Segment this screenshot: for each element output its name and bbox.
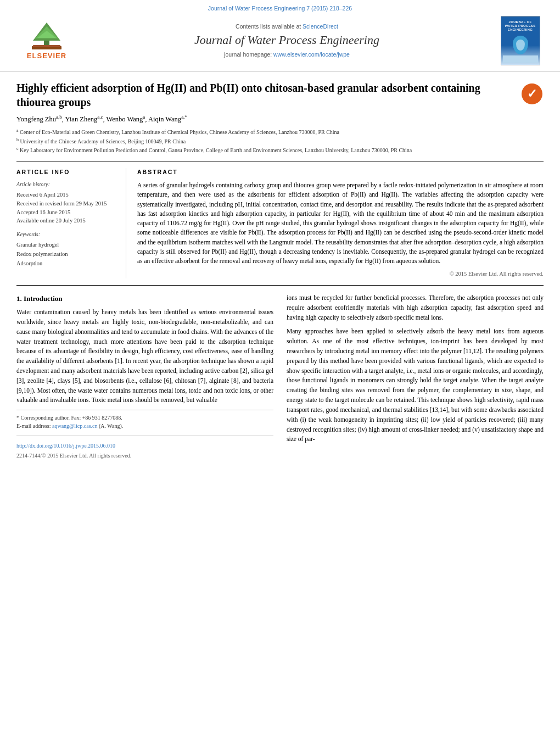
body-para-3: Many approaches have been applied to sel… (287, 327, 544, 444)
journal-citation: Journal of Water Process Engineering 7 (… (208, 5, 352, 12)
footnote-section: * Corresponding author. Fax: +86 931 827… (16, 410, 273, 460)
body-col-right: ions must be recycled for further benefi… (287, 293, 544, 460)
article-info-heading: ARTICLE INFO (16, 168, 120, 176)
header-inner: ELSEVIER Contents lists available at Sci… (16, 16, 544, 65)
sciencedirect-link[interactable]: ScienceDirect (303, 23, 338, 30)
author-wenbo: Wenbo Wang (107, 115, 143, 123)
journal-logo-box: JOURNAL OF WATER PROCESS ENGINEERING (501, 16, 540, 65)
svg-text:✓: ✓ (527, 87, 537, 101)
available-date: Available online 20 July 2015 (16, 216, 120, 225)
abstract-column: ABSTRACT A series of granular hydrogels … (137, 168, 544, 278)
journal-title: Journal of Water Process Engineering (77, 32, 497, 49)
article-content: Highly efficient adsorption of Hg(II) an… (0, 72, 560, 471)
journal-top-link: Journal of Water Process Engineering 7 (… (16, 4, 544, 13)
svg-rect-5 (33, 45, 60, 47)
keyword-1: Granular hydrogel (16, 241, 120, 250)
body-content: 1. Introduction Water contamination caus… (16, 293, 544, 460)
author-yongfeng: Yongfeng Zhu (16, 115, 56, 123)
keywords-block: Keywords: Granular hydrogel Redox polyme… (16, 231, 120, 268)
logo-label-2: WATER PROCESS (504, 24, 537, 28)
logo-label-1: JOURNAL OF (504, 20, 537, 24)
article-info-abstract: ARTICLE INFO Article history: Received 6… (16, 161, 544, 286)
authors-line: Yongfeng Zhua,b, Yian Zhenga,c, Wenbo Wa… (16, 114, 544, 125)
journal-header: Journal of Water Process Engineering 7 (… (0, 0, 560, 72)
journal-homepage: journal homepage: www.elsevier.com/locat… (77, 51, 497, 59)
received-revised-date: Received in revised form 29 May 2015 (16, 199, 120, 208)
homepage-link[interactable]: www.elsevier.com/locate/jwpe (273, 51, 350, 58)
section1-number: 1. (16, 294, 22, 303)
body-col-left: 1. Introduction Water contamination caus… (16, 293, 273, 460)
logo-top-bar: JOURNAL OF WATER PROCESS ENGINEERING (503, 19, 538, 34)
history-label: Article history: (16, 181, 120, 188)
crossmark-circle: ✓ (522, 83, 542, 104)
affiliation-b: b University of the Chinese Academy of S… (16, 137, 544, 146)
article-history-block: Article history: Received 6 April 2015 R… (16, 181, 120, 225)
author-sup-a3: a,* (181, 114, 187, 120)
elsevier-logo: ELSEVIER (16, 20, 77, 61)
body-para-1: Water contamination caused by heavy meta… (16, 308, 273, 405)
elsevier-brand: ELSEVIER (27, 51, 66, 61)
logo-label-3: ENGINEERING (504, 28, 537, 32)
section1-title-text: Introduction (24, 294, 63, 303)
affiliation-c: c Key Laboratory for Environment Polluti… (16, 146, 544, 154)
footer-copyright: 2214-7144/© 2015 Elsevier Ltd. All right… (16, 451, 273, 460)
section1-title: 1. Introduction (16, 293, 273, 304)
abstract-heading: ABSTRACT (137, 168, 544, 176)
abstract-text: A series of granular hydrogels containin… (137, 181, 544, 266)
article-title-section: Highly efficient adsorption of Hg(II) an… (16, 81, 544, 109)
elsevier-tree-svg (27, 20, 66, 50)
footnote-divider (16, 436, 273, 436)
logo-bottom (503, 55, 538, 62)
received-date: Received 6 April 2015 (16, 191, 120, 199)
article-title: Highly efficient adsorption of Hg(II) an… (16, 81, 522, 109)
doi-link[interactable]: http://dx.doi.org/10.1016/j.jwpe.2015.06… (16, 442, 273, 450)
author-yian: Yian Zheng (65, 115, 98, 123)
sciencedirect-text: Contents lists available at ScienceDirec… (77, 23, 497, 31)
footnote-star: * Corresponding author. Fax: +86 931 827… (16, 414, 273, 422)
affiliations: a Center of Eco-Material and Green Chemi… (16, 127, 544, 154)
logo-drop-inner (516, 40, 525, 51)
keyword-3: Adsorption (16, 259, 120, 269)
abstract-copyright: © 2015 Elsevier Ltd. All rights reserved… (137, 270, 544, 278)
email-link[interactable]: aqwang@licp.cas.cn (52, 423, 98, 429)
body-para-2: ions must be recycled for further benefi… (287, 293, 544, 322)
author-sup-a: a,b (56, 114, 62, 120)
footnote-email: E-mail address: aqwang@licp.cas.cn (A. W… (16, 422, 273, 430)
logo-drop (513, 36, 528, 54)
author-sup-ac: a,c (97, 114, 103, 120)
author-aiqin: Aiqin Wang (148, 115, 181, 123)
article-info-column: ARTICLE INFO Article history: Received 6… (16, 168, 126, 278)
crossmark-logo: ✓ (522, 83, 544, 105)
affiliation-a: a Center of Eco-Material and Green Chemi… (16, 127, 544, 136)
journal-center: Contents lists available at ScienceDirec… (77, 23, 497, 58)
accepted-date: Accepted 16 June 2015 (16, 208, 120, 217)
keywords-label: Keywords: (16, 231, 120, 238)
journal-logo-right: JOURNAL OF WATER PROCESS ENGINEERING (497, 16, 544, 65)
page: Journal of Water Process Engineering 7 (… (0, 0, 560, 471)
keywords-list: Granular hydrogel Redox polymerization A… (16, 241, 120, 268)
keyword-2: Redox polymerization (16, 250, 120, 259)
crossmark-svg: ✓ (522, 83, 542, 104)
